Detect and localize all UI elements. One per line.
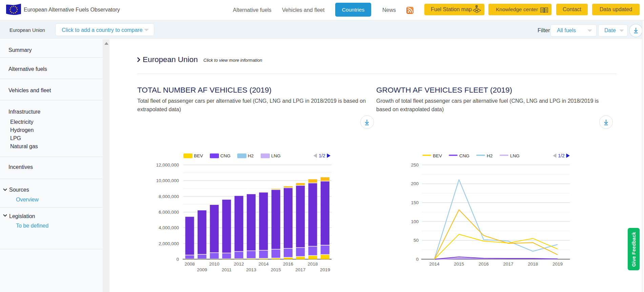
- svg-text:2018: 2018: [308, 261, 318, 267]
- svg-text:0: 0: [416, 257, 419, 262]
- svg-text:2008: 2008: [185, 261, 195, 267]
- svg-text:2011: 2011: [222, 267, 232, 272]
- svg-text:4,000,000: 4,000,000: [159, 225, 179, 230]
- svg-text:2014: 2014: [429, 261, 440, 267]
- svg-text:2013: 2013: [246, 267, 256, 272]
- svg-text:2014: 2014: [258, 261, 269, 267]
- svg-text:1/2: 1/2: [319, 153, 325, 158]
- svg-text:2015: 2015: [454, 261, 464, 267]
- svg-text:2017: 2017: [295, 267, 305, 272]
- svg-text:10,000,000: 10,000,000: [156, 178, 179, 183]
- svg-text:12,000,000: 12,000,000: [156, 162, 179, 168]
- svg-text:2,000,000: 2,000,000: [159, 241, 179, 246]
- svg-text:LNG: LNG: [510, 153, 520, 158]
- svg-text:LNG: LNG: [271, 153, 281, 158]
- svg-text:2019: 2019: [320, 267, 330, 272]
- svg-text:CNG: CNG: [220, 153, 230, 158]
- svg-text:1/2: 1/2: [558, 153, 565, 158]
- svg-text:200: 200: [411, 181, 419, 186]
- svg-text:6,000,000: 6,000,000: [159, 210, 179, 215]
- svg-text:50: 50: [414, 238, 419, 243]
- svg-text:BEV: BEV: [194, 153, 203, 158]
- svg-text:2012: 2012: [234, 261, 244, 267]
- svg-text:8,000,000: 8,000,000: [159, 194, 179, 199]
- svg-text:2019: 2019: [552, 261, 563, 267]
- svg-text:2016: 2016: [479, 261, 489, 267]
- svg-text:150: 150: [411, 200, 419, 205]
- svg-text:250: 250: [411, 162, 419, 168]
- svg-text:100: 100: [411, 219, 419, 224]
- svg-text:H2: H2: [487, 153, 492, 158]
- svg-text:2016: 2016: [283, 261, 293, 267]
- svg-text:2010: 2010: [209, 261, 219, 267]
- svg-text:2018: 2018: [528, 261, 538, 267]
- svg-text:H2: H2: [248, 153, 254, 158]
- svg-text:2015: 2015: [271, 267, 281, 272]
- svg-text:BEV: BEV: [433, 153, 442, 158]
- svg-text:0: 0: [176, 257, 179, 262]
- svg-text:CNG: CNG: [459, 153, 469, 158]
- svg-text:2017: 2017: [503, 261, 514, 267]
- svg-text:2009: 2009: [197, 267, 207, 272]
